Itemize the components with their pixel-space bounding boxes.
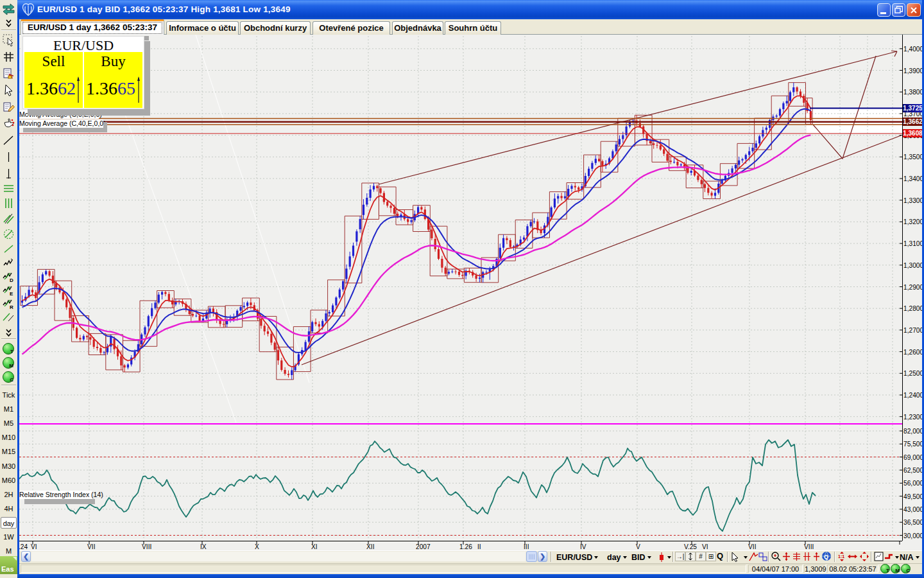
svg-text:XII: XII bbox=[366, 543, 374, 550]
svg-text:1,3100: 1,3100 bbox=[903, 240, 923, 247]
svg-text:VIII: VIII bbox=[142, 543, 151, 550]
svg-text:69,000: 69,000 bbox=[903, 454, 923, 461]
svg-text:.24: .24 bbox=[19, 543, 28, 550]
svg-text:1,2700: 1,2700 bbox=[903, 327, 923, 334]
svg-text:VII: VII bbox=[87, 543, 95, 550]
svg-text:1,3800: 1,3800 bbox=[903, 89, 923, 96]
svg-text:1,2400: 1,2400 bbox=[903, 392, 923, 399]
svg-text:43,000: 43,000 bbox=[903, 506, 923, 513]
svg-text:56,000: 56,000 bbox=[903, 480, 923, 487]
svg-text:1,4000: 1,4000 bbox=[903, 46, 923, 53]
svg-text:1,3200: 1,3200 bbox=[903, 218, 923, 225]
svg-text:1,2500: 1,2500 bbox=[903, 370, 923, 377]
svg-text:III: III bbox=[524, 543, 529, 550]
svg-text:1,3300: 1,3300 bbox=[903, 197, 923, 204]
svg-text:1,3500: 1,3500 bbox=[903, 153, 923, 161]
svg-text:IV: IV bbox=[580, 543, 586, 550]
svg-text:1,2600: 1,2600 bbox=[903, 349, 923, 356]
svg-text:2007: 2007 bbox=[416, 543, 431, 550]
svg-text:49,500: 49,500 bbox=[903, 493, 923, 500]
svg-text:1,2800: 1,2800 bbox=[903, 305, 923, 312]
svg-text:D: D bbox=[10, 277, 13, 283]
svg-text:II: II bbox=[477, 543, 481, 550]
svg-text:VII: VII bbox=[748, 543, 756, 550]
svg-text:VI: VI bbox=[31, 543, 37, 550]
svg-text:1,3900: 1,3900 bbox=[903, 67, 923, 74]
svg-text:62,500: 62,500 bbox=[903, 467, 923, 474]
svg-text:1,3400: 1,3400 bbox=[903, 175, 923, 182]
svg-text:XI: XI bbox=[311, 543, 318, 550]
svg-text:VIII: VIII bbox=[804, 543, 814, 550]
svg-text:IX: IX bbox=[200, 543, 207, 550]
svg-text:1,2900: 1,2900 bbox=[903, 284, 923, 291]
svg-text:V: V bbox=[636, 543, 640, 550]
svg-text:82,000: 82,000 bbox=[903, 428, 923, 435]
svg-text:R: R bbox=[10, 304, 13, 310]
svg-text:1,2300: 1,2300 bbox=[903, 414, 923, 421]
svg-text:X: X bbox=[255, 543, 259, 550]
svg-text:V.25: V.25 bbox=[684, 543, 697, 550]
svg-text:1.26: 1.26 bbox=[459, 543, 472, 550]
svg-text:VI: VI bbox=[702, 543, 708, 550]
svg-text:E: E bbox=[10, 291, 13, 297]
svg-text:75,500: 75,500 bbox=[903, 441, 923, 448]
svg-text:36,500: 36,500 bbox=[903, 519, 923, 526]
svg-text:1,3000: 1,3000 bbox=[903, 262, 923, 269]
svg-text:30,000: 30,000 bbox=[903, 532, 923, 539]
